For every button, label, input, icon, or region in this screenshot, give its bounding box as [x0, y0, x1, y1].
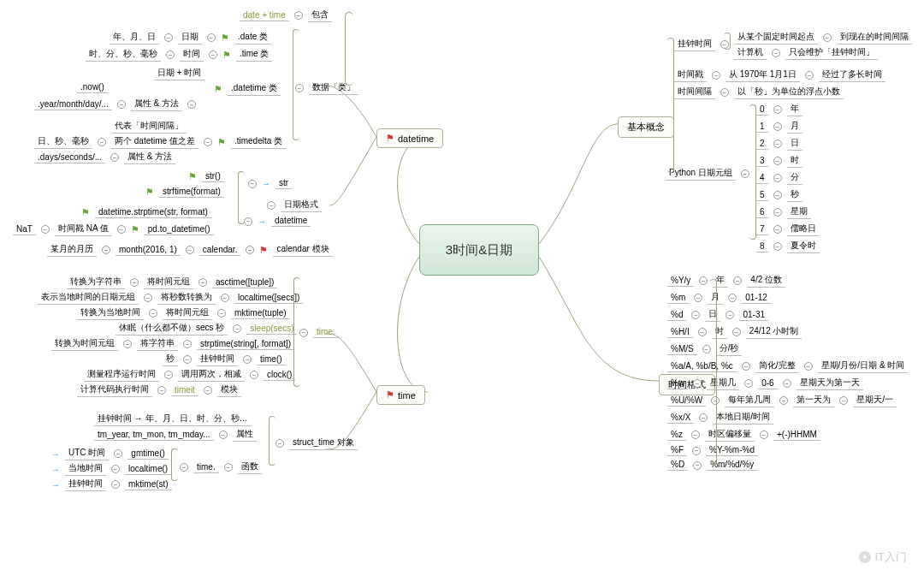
tm-sleep: 休眠（什么都不做）secs 秒sleep(secs) — [116, 322, 297, 336]
tuple-row: 8夏令时 — [756, 240, 820, 253]
tuple-row: 0年 — [756, 103, 820, 116]
tm-time: 秒挂钟时间time() — [163, 353, 286, 366]
tm-gmtime: UTC 时间gmtime() — [51, 447, 169, 460]
dt-time-row: 时、分、秒、毫秒 时间 .time 类 — [86, 48, 272, 62]
dt-date-row: 年、月、日 日期 .date 类 — [110, 31, 271, 45]
dt-td-head: 代表「时间间隔」 — [111, 120, 187, 134]
tuple-row: 7儒略日 — [756, 223, 820, 236]
dt-td-days: .days/seconds/...属性 & 方法 — [34, 151, 175, 164]
tuple-row: 6星期 — [756, 205, 820, 219]
dt-fmt-arr-str: str — [248, 178, 292, 189]
fmt-row: %m月01-12 — [667, 291, 908, 305]
dt-fmt-strftime: strftime(format) — [145, 187, 224, 198]
branch-time[interactable]: time — [376, 385, 425, 405]
dt-dt-now: .now() — [77, 82, 108, 93]
tm-localtime2: 当地时间localtime() — [51, 462, 171, 476]
tm-clock: 测量程序运行时间调用两次，相减clock() — [84, 368, 295, 382]
tm-struct-attr-a: 挂钟时间 → 年、月、日、时、分、秒… — [94, 413, 252, 426]
fmt-row: %a/A, %b/B, %c简化/完整星期/月份/日期 & 时间 — [667, 359, 908, 373]
branch-datetime[interactable]: datetime — [376, 128, 443, 148]
basic-tuple-label: Python 日期元组 — [666, 167, 749, 181]
dt-fmt-str: str() — [188, 171, 224, 182]
tuple-row: 3时 — [756, 154, 820, 168]
fmt-row: %F%Y-%m-%d — [667, 445, 908, 456]
dt-dt-ymd: .year/month/day/...属性 & 方法 — [34, 98, 196, 111]
tuple-row: 1月 — [756, 120, 820, 134]
dt-fmt-arr-dt: datetime — [244, 216, 311, 227]
tm-struct-label: struct_time 对象 — [275, 436, 358, 450]
fmt-row: %w星期几0-6星期天为第一天 — [667, 377, 908, 390]
dt-td-diff: 日、秒、毫秒两个 datetime 值之差.timedelta 类 — [34, 135, 286, 149]
dt-cal: 某月的月历 month(2016, 1) calendar. calendar … — [47, 243, 333, 257]
watermark: ✦ IT入门 — [859, 549, 907, 565]
tuple-row: 2日 — [756, 137, 820, 151]
tm-asctime: 转换为字符串将时间元组asctime([tuple]) — [67, 276, 277, 289]
tm-mktime: 转换为当地时间将时间元组mktime(tuple) — [77, 306, 290, 320]
tm-strptime: 转换为时间元组将字符串strptime(string[, format]) — [51, 337, 294, 351]
dt-fmt-strptime: datetime.strptime(str, format) — [81, 207, 211, 218]
basic-wall-c: 计算机只会维护「挂钟时间」 — [734, 46, 878, 60]
minus-icon[interactable] — [294, 11, 303, 20]
fmt-row: %U/%W每年第几周第一天为星期天/一 — [667, 394, 908, 407]
tm-struct-fn: time.函数 — [180, 460, 262, 474]
branch-basic[interactable]: 基本概念 — [618, 116, 674, 138]
fmt-row: %H/I时24/12 小时制 — [667, 325, 908, 339]
wechat-icon: ✦ — [859, 551, 871, 563]
dt-dt-head: 日期 + 时间 — [154, 67, 204, 80]
dt-fmt-label: 日期格式 — [267, 199, 322, 212]
tuple-row: 5秒 — [756, 188, 820, 202]
tm-mktime2: 挂钟时间mktime(st) — [51, 478, 172, 491]
fmt-row: %d日01-31 — [667, 308, 908, 322]
fmt-row: %z时区偏移量+(-)HHMM — [667, 428, 908, 442]
basic-wall-a: 从某个固定时间起点到现在的时间间隔 — [734, 31, 912, 45]
root-node[interactable]: 3时间&日期 — [419, 224, 539, 276]
tuple-row: 4分 — [756, 171, 820, 185]
tm-mod-label: time. — [299, 327, 339, 338]
dt-contain: date + time 包含 — [240, 9, 332, 22]
basic-ts: 时间戳从 1970年 1月1日经过了多长时间 — [674, 68, 886, 82]
tm-timeit: 计算代码执行时间timeit模块 — [77, 383, 241, 397]
fmt-row: %x/X本地日期/时间 — [667, 411, 908, 425]
basic-delta: 时间间隔以「秒」为单位的浮点小数 — [674, 86, 844, 99]
fmt-row: %D%m/%d/%y — [667, 460, 908, 471]
tm-localtime: 表示当地时间的日期元组将秒数转换为localtime([secs]) — [38, 291, 303, 305]
dt-dt-klass: .datetime 类 — [214, 82, 281, 96]
fmt-row: %Y/y年4/2 位数 — [667, 274, 908, 288]
fmt-row: %M/S分/秒 — [667, 342, 908, 356]
dt-fmt-pd: NaT 时间戳 NA 值 pd.to_datetime() — [13, 223, 214, 236]
basic-wall: 挂钟时间 — [674, 38, 729, 51]
tm-struct-attr-b: tm_year, tm_mon, tm_mday...属性 — [94, 428, 257, 442]
